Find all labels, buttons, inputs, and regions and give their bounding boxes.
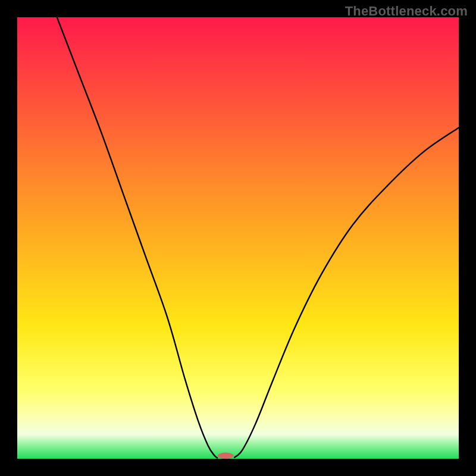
minimum-marker [218, 453, 234, 459]
gradient-background [17, 17, 459, 459]
chart-svg [17, 17, 459, 459]
frame: TheBottleneck.com [0, 0, 476, 476]
bottleneck-chart [17, 17, 459, 459]
